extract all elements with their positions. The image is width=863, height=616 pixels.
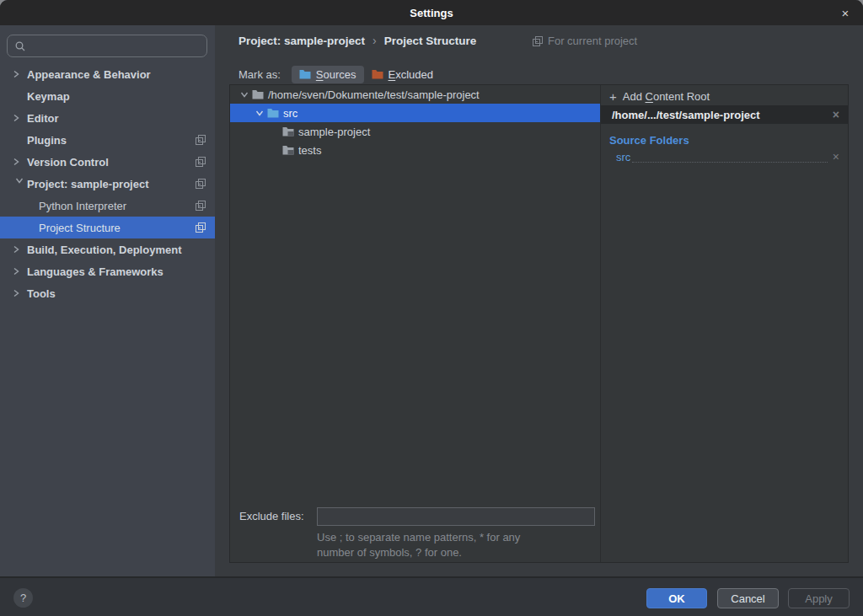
chevron-right-icon [12,245,27,254]
dotted-leader [632,152,827,163]
sidebar-item-plugins[interactable]: Plugins [0,129,215,151]
sidebar-item-editor[interactable]: Editor [0,107,215,129]
sidebar-item-label: Project: sample-project [27,178,149,190]
per-project-icon [533,36,543,46]
chevron-right-icon [12,158,27,166]
cancel-button[interactable]: Cancel [717,588,779,608]
per-project-icon [196,179,206,189]
sidebar-item-label: Python Interpreter [39,200,126,212]
per-project-icon [196,222,206,233]
sidebar-tree: Appearance & Behavior Keymap Editor Plug… [0,63,215,304]
search-icon [14,40,26,52]
sidebar-item-keymap[interactable]: Keymap [0,85,215,107]
help-button[interactable]: ? [13,588,33,608]
mark-as-toolbar: Mark as: Sources Excluded [239,63,441,85]
tree-row-label: tests [298,144,321,157]
excluded-folder-icon [372,69,383,79]
chevron-down-icon[interactable] [255,105,264,121]
exclude-files-input[interactable] [317,507,595,526]
remove-source-folder-icon[interactable]: × [833,150,839,163]
sidebar-item-build-execution-deployment[interactable]: Build, Execution, Deployment [0,238,215,260]
breadcrumb: Project: sample-project › Project Struct… [239,34,476,47]
ok-button[interactable]: OK [646,588,707,608]
chevron-down-icon [15,176,24,191]
content-root-item[interactable]: /home/.../test/sample-project × [601,105,848,124]
folder-icon [252,89,268,99]
scope-note: For current project [533,35,637,47]
search-input[interactable] [31,40,191,52]
source-folder-icon [267,108,283,118]
mark-excluded-button[interactable]: Excluded [364,66,441,83]
mark-sources-button[interactable]: Sources [292,66,364,83]
per-project-icon [196,135,206,145]
sidebar-item-label: Tools [27,287,56,300]
sidebar-item-tools[interactable]: Tools [0,282,215,304]
sidebar-item-project-sample-project[interactable]: Project: sample-project [0,173,215,195]
sidebar-item-label: Plugins [27,134,67,147]
exclude-files-hint: Use ; to separate name patterns, * for a… [317,530,520,560]
search-box[interactable] [7,35,207,57]
breadcrumb-project[interactable]: Project: sample-project [239,35,365,47]
sidebar-item-label: Languages & Frameworks [27,265,163,278]
tree-row-label: sample-project [298,126,370,138]
source-folders-title: Source Folders [601,131,848,148]
settings-dialog: Settings × Appearance & Behavior Keymap [0,0,863,616]
plus-icon: + [609,90,617,103]
sidebar-item-label: Project Structure [39,222,121,234]
folder-icon [282,126,298,137]
apply-button: Apply [788,588,850,608]
sidebar-item-label: Build, Execution, Deployment [27,244,181,256]
mark-sources-label: Sources [316,68,356,81]
chevron-right-icon [12,289,27,297]
exclude-files-label: Exclude files: [239,510,304,522]
tree-row-content-root[interactable]: /home/sven/Dokumente/test/sample-project [230,85,600,104]
titlebar: Settings × [0,0,863,25]
content-roots-pane: + Add Content Root /home/.../test/sample… [600,85,848,562]
tree-row-label: src [283,107,297,120]
chevron-right-icon [12,267,27,276]
remove-content-root-icon[interactable]: × [833,108,839,121]
tree-row-label: /home/sven/Dokumente/test/sample-project [268,88,480,101]
settings-sidebar: Appearance & Behavior Keymap Editor Plug… [0,25,215,576]
chevron-right-icon [12,70,27,78]
tree-row-sample-project[interactable]: sample-project [230,122,600,141]
per-project-icon [196,201,206,211]
per-project-icon [196,157,206,167]
scope-note-label: For current project [548,35,637,47]
content-root-path: /home/.../test/sample-project [612,109,760,121]
add-content-root-button[interactable]: + Add Content Root [601,87,848,105]
sidebar-item-python-interpreter[interactable]: Python Interpreter [0,195,215,217]
sidebar-item-appearance-behavior[interactable]: Appearance & Behavior [0,63,215,85]
dialog-footer: ? OK Cancel Apply [0,576,863,616]
source-folder-name: src [616,151,630,163]
tree-row-tests[interactable]: tests [230,141,600,159]
mark-as-label: Mark as: [239,68,281,81]
chevron-right-icon [12,114,27,122]
breadcrumb-page: Project Structure [384,35,477,47]
close-icon[interactable]: × [837,0,854,25]
question-mark-icon: ? [20,592,26,604]
add-content-root-label: Add Content Root [623,90,710,103]
folder-icon [282,145,298,155]
sidebar-item-label: Editor [27,112,59,125]
window-title: Settings [410,7,453,19]
directory-tree: /home/sven/Dokumente/test/sample-project… [230,85,600,562]
sidebar-item-label: Appearance & Behavior [27,68,151,81]
project-structure-panel: /home/sven/Dokumente/test/sample-project… [229,84,849,563]
sources-folder-icon [299,69,311,79]
main-content: Project: sample-project › Project Struct… [215,25,863,576]
sidebar-item-label: Version Control [27,156,109,169]
chevron-down-icon[interactable] [240,87,249,102]
breadcrumb-separator-icon: › [373,34,377,47]
sidebar-item-label: Keymap [27,90,70,103]
tree-row-src[interactable]: src [230,104,600,122]
sidebar-item-languages-frameworks[interactable]: Languages & Frameworks [0,260,215,282]
sidebar-item-project-structure[interactable]: Project Structure [0,217,215,238]
sidebar-item-version-control[interactable]: Version Control [0,151,215,173]
source-folder-item-src[interactable]: src × [601,148,848,165]
mark-excluded-label: Excluded [389,68,433,81]
